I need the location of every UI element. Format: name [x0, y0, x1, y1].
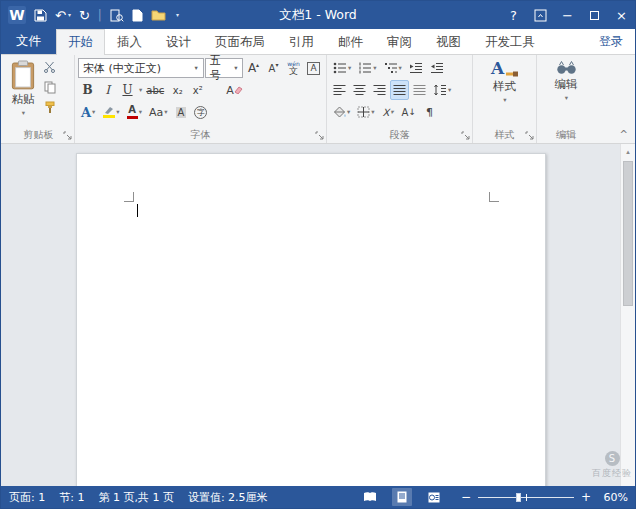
web-layout-button[interactable]: [424, 488, 444, 506]
tab-references[interactable]: 引用: [277, 29, 326, 54]
maximize-button[interactable]: [581, 1, 608, 29]
chevron-down-icon[interactable]: ▾: [190, 59, 203, 77]
tab-design[interactable]: 设计: [154, 29, 203, 54]
align-left-button[interactable]: [330, 80, 349, 100]
editing-group: 编辑 ▾ 编辑: [537, 55, 595, 143]
tab-insert[interactable]: 插入: [105, 29, 154, 54]
chevron-down-icon: ▾: [176, 12, 179, 18]
align-center-button[interactable]: [350, 80, 369, 100]
tab-review[interactable]: 审阅: [375, 29, 424, 54]
subscript-button[interactable]: x₂: [168, 80, 187, 100]
align-right-button[interactable]: [370, 80, 389, 100]
shrink-font-button[interactable]: A▾: [264, 58, 283, 78]
customize-qat-button[interactable]: ▾: [174, 12, 179, 18]
underline-button[interactable]: U: [118, 80, 137, 100]
font-name-combobox[interactable]: 宋体 (中文正文) ▾: [78, 58, 204, 78]
justify-button[interactable]: [390, 80, 409, 100]
print-layout-button[interactable]: [392, 488, 412, 506]
grow-font-button[interactable]: A▴: [244, 58, 263, 78]
undo-button[interactable]: ↶▾: [55, 9, 71, 22]
styles-dialog-launcher[interactable]: [524, 130, 535, 141]
scroll-up-arrow[interactable]: ▴: [621, 144, 635, 159]
sign-in-link[interactable]: 登录: [587, 29, 635, 54]
dialog-launcher-icon: [525, 131, 534, 140]
paste-button[interactable]: 粘贴 ▾: [6, 57, 40, 128]
character-border-button[interactable]: A: [304, 58, 323, 78]
close-button[interactable]: ×: [608, 1, 635, 29]
zoom-out-button[interactable]: −: [459, 490, 473, 504]
line-spacing-button[interactable]: ▾: [430, 80, 454, 100]
asian-layout-button[interactable]: X ▾: [379, 102, 398, 122]
clipboard-dialog-launcher[interactable]: [62, 130, 73, 141]
collapse-ribbon-button[interactable]: ^: [620, 130, 628, 140]
status-margin-setting[interactable]: 设置值: 2.5厘米: [188, 490, 268, 505]
tab-file[interactable]: 文件: [1, 29, 56, 54]
superscript-button[interactable]: x²: [188, 80, 207, 100]
status-page-of-pages[interactable]: 第 1 页,共 1 页: [98, 490, 173, 505]
chevron-down-icon[interactable]: ▾: [230, 59, 242, 77]
font-dialog-launcher[interactable]: [314, 130, 325, 141]
increase-indent-button[interactable]: [427, 58, 447, 78]
ribbon-display-options-button[interactable]: [527, 1, 554, 29]
open-folder-button[interactable]: [151, 9, 166, 21]
styles-button-label: 样式: [493, 79, 516, 94]
change-case-button[interactable]: Aa▾: [146, 102, 171, 122]
editing-button[interactable]: 编辑 ▾: [550, 57, 583, 128]
copy-icon: [44, 81, 56, 94]
help-button[interactable]: ?: [500, 1, 527, 29]
zoom-slider[interactable]: [478, 489, 574, 505]
scrollbar-thumb[interactable]: [623, 161, 633, 306]
zoom-slider-thumb[interactable]: [516, 493, 521, 502]
format-painter-button[interactable]: [40, 97, 59, 117]
multilevel-list-button[interactable]: ▾: [381, 58, 405, 78]
tab-page-layout[interactable]: 页面布局: [203, 29, 277, 54]
chevron-down-icon[interactable]: ▾: [139, 86, 142, 94]
bold-button[interactable]: B: [78, 80, 97, 100]
chevron-down-icon: ▾: [448, 86, 451, 94]
word-app-icon[interactable]: W: [8, 6, 26, 24]
cut-button[interactable]: [40, 57, 59, 77]
status-page-number[interactable]: 页面: 1: [9, 490, 45, 505]
minimize-button[interactable]: −: [554, 1, 581, 29]
redo-button[interactable]: ↻: [79, 9, 90, 22]
chevron-down-icon: ▾: [347, 108, 350, 116]
font-color-button[interactable]: A ▾: [124, 102, 145, 122]
clear-formatting-button[interactable]: A: [223, 80, 246, 100]
print-preview-button[interactable]: [110, 9, 124, 22]
zoom-level[interactable]: 60%: [598, 491, 628, 504]
save-button[interactable]: [34, 9, 47, 22]
styles-button[interactable]: A 样式 ▾: [486, 57, 523, 128]
bullets-button[interactable]: ▾: [330, 58, 354, 78]
show-hide-marks-button[interactable]: ¶: [420, 102, 439, 122]
read-mode-button[interactable]: [360, 488, 380, 506]
status-section[interactable]: 节: 1: [59, 490, 84, 505]
font-size-combobox[interactable]: 五号 ▾: [205, 58, 243, 78]
new-document-button[interactable]: [132, 9, 143, 22]
numbering-button[interactable]: ▾: [355, 58, 379, 78]
grow-font-letter: A: [248, 61, 256, 75]
chevron-down-icon: ▾: [68, 12, 71, 18]
italic-button[interactable]: I: [98, 80, 117, 100]
highlight-color-button[interactable]: ▾: [99, 102, 122, 122]
document-page[interactable]: [76, 153, 546, 486]
enclose-characters-button[interactable]: 字: [191, 102, 210, 122]
text-effects-button[interactable]: A▾: [78, 102, 98, 122]
enclose-character-glyph: 字: [194, 106, 207, 119]
sort-button[interactable]: A ↓: [399, 102, 419, 122]
distributed-button[interactable]: [410, 80, 429, 100]
decrease-indent-button[interactable]: [406, 58, 426, 78]
tab-developer[interactable]: 开发工具: [473, 29, 547, 54]
zoom-in-button[interactable]: +: [579, 490, 593, 504]
tab-view[interactable]: 视图: [424, 29, 473, 54]
dialog-launcher-icon: [461, 131, 470, 140]
vertical-scrollbar[interactable]: ▴: [620, 144, 635, 486]
borders-button[interactable]: ▾: [354, 102, 377, 122]
character-shading-button[interactable]: A: [171, 102, 190, 122]
copy-button[interactable]: [40, 77, 59, 97]
phonetic-guide-button[interactable]: wén文: [284, 58, 303, 78]
tab-home[interactable]: 开始: [56, 29, 105, 55]
paragraph-dialog-launcher[interactable]: [460, 130, 471, 141]
shading-button[interactable]: ▾: [330, 102, 353, 122]
tab-mailings[interactable]: 邮件: [326, 29, 375, 54]
strikethrough-button[interactable]: abc: [143, 80, 167, 100]
